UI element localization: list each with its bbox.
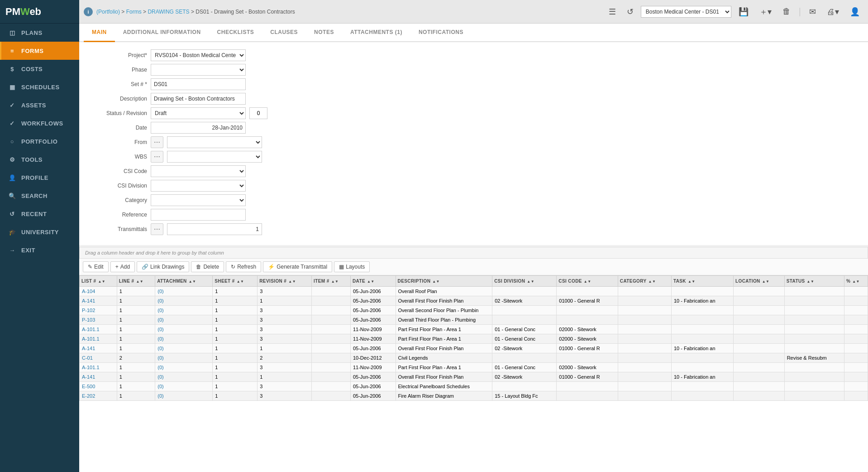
print-button[interactable]: 🖨▾ [823, 5, 843, 19]
add-row-button[interactable]: + Add [110, 261, 135, 272]
col-list-num[interactable]: LIST #▲▼ [80, 276, 117, 287]
cell-attach[interactable]: (0) [155, 372, 213, 382]
status-select[interactable]: Draft [151, 107, 246, 119]
undo-button[interactable]: ↺ [623, 5, 637, 19]
sidebar-item-tools[interactable]: ⚙ TOOLS [0, 150, 79, 169]
cell-attach[interactable]: (0) [155, 296, 213, 306]
sidebar-item-profile[interactable]: 👤 PROFILE [0, 169, 79, 187]
cell-list[interactable]: A-101.1 [80, 334, 117, 344]
sidebar-item-portfolio[interactable]: ○ PORTFOLIO [0, 132, 79, 150]
hamburger-button[interactable]: ☰ [605, 5, 620, 19]
cell-list[interactable]: E-202 [80, 391, 117, 401]
cell-attach[interactable]: (0) [155, 325, 213, 334]
table-row[interactable]: A-141 1 (0) 1 1 05-Jun-2006 Overall Firs… [80, 372, 868, 382]
col-pct[interactable]: %▲▼ [844, 276, 868, 287]
tab-additional-info[interactable]: ADDITIONAL INFORMATION [115, 24, 209, 42]
add-button[interactable]: ＋▾ [756, 5, 775, 19]
sidebar-item-search[interactable]: 🔍 SEARCH [0, 187, 79, 205]
cell-attach[interactable]: (0) [155, 334, 213, 344]
reference-input[interactable] [151, 209, 246, 221]
cell-list[interactable]: A-104 [80, 287, 117, 296]
tab-notifications[interactable]: NOTIFICATIONS [410, 24, 472, 42]
csi-division-select[interactable] [151, 180, 246, 192]
tab-main[interactable]: MAIN [84, 24, 115, 42]
transmittals-input[interactable] [167, 223, 262, 235]
table-row[interactable]: A-101.1 1 (0) 1 3 11-Nov-2009 Part First… [80, 334, 868, 344]
col-revision[interactable]: REVISION #▲▼ [258, 276, 312, 287]
attach-link[interactable]: (0) [157, 289, 163, 294]
set-num-input[interactable] [151, 78, 246, 90]
cell-list[interactable]: A-101.1 [80, 325, 117, 334]
revision-input[interactable] [249, 107, 267, 119]
project-select[interactable]: RVS0104 - Boston Medical Center [151, 49, 246, 61]
cell-attach[interactable]: (0) [155, 306, 213, 315]
user-button[interactable]: 👤 [846, 5, 863, 19]
col-task[interactable]: TASK▲▼ [671, 276, 733, 287]
list-link[interactable]: P-102 [82, 308, 95, 313]
attach-link[interactable]: (0) [157, 384, 163, 389]
sidebar-item-costs[interactable]: $ COSTS [0, 60, 79, 78]
cell-attach[interactable]: (0) [155, 315, 213, 325]
col-status[interactable]: STATUS▲▼ [784, 276, 844, 287]
col-category[interactable]: CATEGORY▲▼ [618, 276, 671, 287]
tab-clauses[interactable]: CLAUSES [262, 24, 306, 42]
col-date[interactable]: DATE▲▼ [350, 276, 396, 287]
cell-attach[interactable]: (0) [155, 353, 213, 363]
description-input[interactable] [151, 93, 246, 105]
table-row[interactable]: E-500 1 (0) 1 3 05-Jun-2006 Electrical P… [80, 382, 868, 391]
wbs-select[interactable] [167, 151, 262, 163]
cell-attach[interactable]: (0) [155, 344, 213, 353]
category-select[interactable] [151, 194, 246, 206]
cell-list[interactable]: P-103 [80, 315, 117, 325]
list-link[interactable]: C-01 [82, 355, 93, 361]
from-dots-button[interactable]: ⋯ [151, 136, 163, 148]
cell-list[interactable]: A-141 [80, 296, 117, 306]
phase-select[interactable] [151, 64, 246, 76]
sidebar-item-recent[interactable]: ↺ RECENT [0, 205, 79, 223]
transmittals-dots-button[interactable]: ⋯ [151, 223, 163, 235]
cell-attach[interactable]: (0) [155, 391, 213, 401]
attach-link[interactable]: (0) [157, 317, 163, 323]
attach-link[interactable]: (0) [157, 393, 163, 399]
col-description[interactable]: DESCRIPTION▲▼ [396, 276, 492, 287]
attach-link[interactable]: (0) [157, 355, 163, 361]
attach-link[interactable]: (0) [157, 346, 163, 351]
table-row[interactable]: C-01 2 (0) 1 2 10-Dec-2012 Civil Legends… [80, 353, 868, 363]
cell-list[interactable]: C-01 [80, 353, 117, 363]
refresh-button[interactable]: ↻ Refresh [226, 261, 261, 272]
tab-notes[interactable]: NOTES [306, 24, 342, 42]
list-link[interactable]: E-500 [82, 384, 95, 389]
cell-list[interactable]: A-141 [80, 344, 117, 353]
table-row[interactable]: A-141 1 (0) 1 1 05-Jun-2006 Overall Firs… [80, 296, 868, 306]
attach-link[interactable]: (0) [157, 365, 163, 370]
tab-attachments[interactable]: ATTACHMENTS (1) [342, 24, 410, 42]
info-icon[interactable]: i [84, 7, 93, 16]
col-item[interactable]: ITEM #▲▼ [312, 276, 351, 287]
attach-link[interactable]: (0) [157, 298, 163, 303]
link-drawings-button[interactable]: 🔗 Link Drawings [137, 261, 189, 272]
attach-link[interactable]: (0) [157, 327, 163, 332]
breadcrumb-portfolio[interactable]: (Portfolio) [96, 9, 120, 15]
table-row[interactable]: A-141 1 (0) 1 1 05-Jun-2006 Overall Firs… [80, 344, 868, 353]
sidebar-item-workflows[interactable]: ✓ WORKFLOWS [0, 114, 79, 132]
list-link[interactable]: A-141 [82, 298, 95, 303]
list-link[interactable]: A-101.1 [82, 327, 100, 332]
breadcrumb-drawing-sets[interactable]: DRAWING SETS [148, 9, 189, 15]
col-attachments[interactable]: ATTACHMEN▲▼ [155, 276, 213, 287]
col-csi-code[interactable]: CSI CODE▲▼ [557, 276, 618, 287]
cell-attach[interactable]: (0) [155, 287, 213, 296]
cell-attach[interactable]: (0) [155, 382, 213, 391]
tab-checklists[interactable]: CHECKLISTS [209, 24, 262, 42]
generate-transmittal-button[interactable]: ⚡ Generate Transmittal [263, 261, 332, 272]
sidebar-item-exit[interactable]: → EXIT [0, 241, 79, 259]
table-row[interactable]: A-104 1 (0) 1 3 05-Jun-2006 Overall Roof… [80, 287, 868, 296]
list-link[interactable]: A-104 [82, 289, 95, 294]
col-location[interactable]: LOCATION▲▼ [734, 276, 785, 287]
table-row[interactable]: P-102 1 (0) 1 3 05-Jun-2006 Overall Seco… [80, 306, 868, 315]
sidebar-item-plans[interactable]: ◫ PLANS [0, 24, 79, 42]
table-row[interactable]: A-101.1 1 (0) 1 3 11-Nov-2009 Part First… [80, 363, 868, 372]
delete-row-button[interactable]: 🗑 Delete [191, 261, 224, 272]
list-link[interactable]: A-101.1 [82, 365, 100, 370]
sidebar-item-university[interactable]: 🎓 UNIVERSITY [0, 223, 79, 241]
from-select[interactable] [167, 136, 262, 148]
